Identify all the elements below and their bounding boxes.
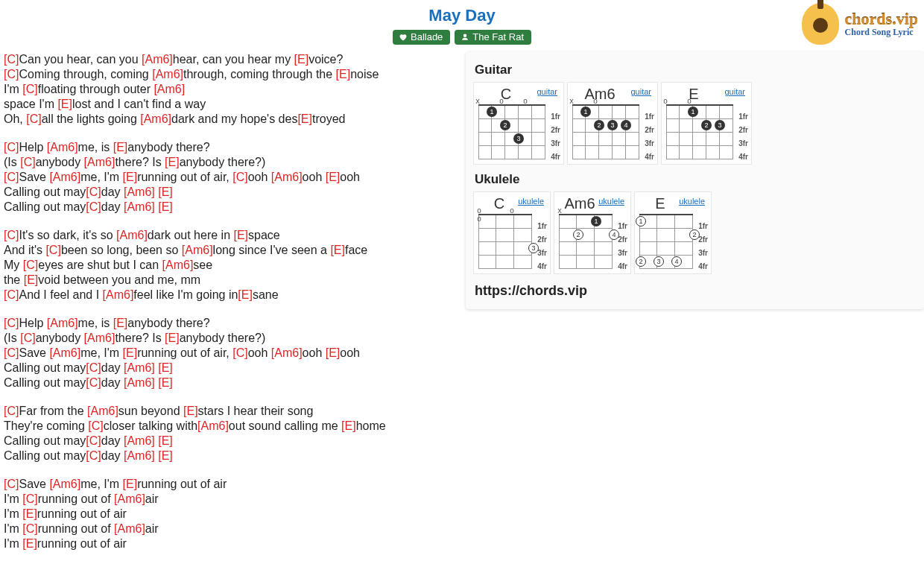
chord-Am6[interactable]: [Am6] [197,419,229,432]
heart-icon [399,33,408,42]
instrument-link[interactable]: guitar [724,87,745,96]
chord-C[interactable]: [C] [4,229,19,241]
chord-C[interactable]: [C] [86,434,101,447]
chord-C[interactable]: [C] [22,492,37,505]
chord-C[interactable]: [C] [86,449,101,462]
instrument-link[interactable]: guitar [537,87,557,96]
chord-E[interactable]: [E] [158,449,173,462]
chord-Am6[interactable]: [Am6] [124,434,155,447]
chord-E[interactable]: [E] [297,113,312,125]
chord-E[interactable]: [E] [158,361,173,374]
chord-E[interactable]: [E] [183,405,198,417]
chord-Am6[interactable]: [Am6] [142,53,173,66]
instrument-link[interactable]: guitar [630,87,651,96]
chord-C[interactable]: [C] [88,419,103,432]
chord-Am6[interactable]: [Am6] [84,332,116,344]
finger-dot: 3 [607,120,618,130]
chord-E[interactable]: [E] [233,229,248,241]
chord-Am6[interactable]: [Am6] [124,376,155,389]
chord-E[interactable]: [E] [165,332,180,344]
instrument-link[interactable]: ukulele [679,197,705,206]
chord-Am6[interactable]: [Am6] [87,405,118,417]
site-logo[interactable]: chords.vip Chord Song Lyric [802,3,918,45]
chord-Am6[interactable]: [Am6] [182,244,213,256]
chord-E[interactable]: [E] [158,376,173,389]
chord-C[interactable]: [C] [4,68,19,80]
chord-C[interactable]: [C] [4,53,19,66]
chord-E[interactable]: [E] [326,346,341,359]
chord-E[interactable]: [E] [113,141,128,153]
chord-C[interactable]: [C] [4,478,19,490]
chord-C[interactable]: [C] [4,141,19,153]
chord-Am6[interactable]: [Am6] [124,200,155,213]
chord-E[interactable]: [E] [336,68,351,80]
finger-dot: 3 [715,120,725,130]
chord-E[interactable]: [E] [123,478,138,490]
chord-Am6[interactable]: [Am6] [116,229,148,241]
chord-C[interactable]: [C] [22,522,37,535]
chord-E[interactable]: [E] [294,53,309,66]
chord-C[interactable]: [C] [4,288,19,301]
lyric-line: I'm [C]running out of [Am6]air [4,522,466,536]
chord-Am6[interactable]: [Am6] [152,68,183,80]
lyric-line: I'm [C]floating through outer [Am6] [4,82,466,97]
chord-E[interactable]: [E] [238,288,253,301]
chord-E[interactable]: [E] [22,537,37,550]
chord-Am6[interactable]: [Am6] [49,478,80,490]
chord-C[interactable]: [C] [4,171,19,183]
chord-Am6[interactable]: [Am6] [47,141,78,153]
chord-Am6[interactable]: [Am6] [103,288,134,301]
chord-Am6[interactable]: [Am6] [154,83,185,95]
chord-Am6[interactable]: [Am6] [84,156,116,168]
chord-E[interactable]: [E] [123,171,138,183]
chord-C[interactable]: [C] [86,200,101,213]
chord-C[interactable]: [C] [4,346,19,359]
chord-Am6[interactable]: [Am6] [49,171,80,183]
side-url[interactable]: https://chords.vip [475,283,917,299]
chord-Am6[interactable]: [Am6] [124,361,155,374]
chord-C[interactable]: [C] [86,186,101,198]
chord-C[interactable]: [C] [20,156,35,168]
chord-C[interactable]: [C] [20,332,35,344]
chord-Am6[interactable]: [Am6] [162,259,194,271]
chord-C[interactable]: [C] [45,244,60,256]
chord-C[interactable]: [C] [232,346,247,359]
chord-E[interactable]: [E] [123,346,138,359]
chord-C[interactable]: [C] [86,361,101,374]
chord-E[interactable]: [E] [158,186,173,198]
chord-E[interactable]: [E] [22,507,37,520]
chord-C[interactable]: [C] [232,171,247,183]
chord-E[interactable]: [E] [158,434,173,447]
chord-E[interactable]: [E] [165,156,180,168]
chord-Am6[interactable]: [Am6] [49,346,80,359]
chord-Am6[interactable]: [Am6] [124,449,155,462]
chord-Am6[interactable]: [Am6] [140,113,171,125]
chord-C[interactable]: [C] [22,83,37,95]
finger-dot: 4 [621,120,631,130]
chord-C[interactable]: [C] [23,259,38,271]
instrument-link[interactable]: ukulele [518,197,544,206]
chord-C[interactable]: [C] [26,113,41,125]
finger-dot: 2 [701,120,712,130]
chord-E[interactable]: [E] [341,419,356,432]
chord-C[interactable]: [C] [4,405,19,417]
chord-Am6[interactable]: [Am6] [271,171,303,183]
chord-Am6[interactable]: [Am6] [271,346,303,359]
chord-E[interactable]: [E] [158,200,173,213]
chord-Am6[interactable]: [Am6] [114,522,145,535]
genre-badge[interactable]: Ballade [393,30,450,45]
chord-E[interactable]: [E] [330,244,345,256]
instrument-link[interactable]: ukulele [598,197,624,206]
chord-C[interactable]: [C] [86,376,101,389]
chord-E[interactable]: [E] [24,273,39,286]
artist-badge[interactable]: The Fat Rat [455,30,531,45]
song-title[interactable]: May Day [0,6,924,25]
chord-E[interactable]: [E] [113,317,128,329]
chord-E[interactable]: [E] [57,98,72,110]
chord-C[interactable]: [C] [4,317,19,329]
chord-Am6[interactable]: [Am6] [47,317,78,329]
chord-E[interactable]: [E] [326,171,341,183]
chord-Am6[interactable]: [Am6] [124,186,155,198]
chord-Am6[interactable]: [Am6] [114,492,145,505]
chord-diagrams-panel: Guitar Cguitarx o o1fr2fr3fr4fr123Am6gui… [466,52,924,309]
